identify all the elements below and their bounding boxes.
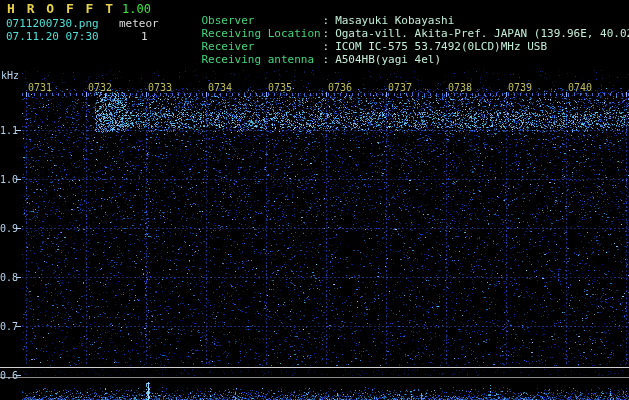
observation-datetime: 07.11.20 07:30	[6, 31, 99, 43]
mode-label: meteor	[119, 18, 159, 30]
y-tick-0_7: 0.7	[0, 321, 15, 332]
y-tick-0_8: 0.8	[0, 272, 15, 283]
app-title: H R O F F T	[7, 2, 115, 16]
echo-count: 1	[141, 31, 148, 43]
app-version: 1.00	[122, 3, 151, 16]
x-tick-0733: 0733	[148, 82, 172, 93]
x-tick-0732: 0732	[88, 82, 112, 93]
y-tick-1_1: 1.1	[0, 125, 15, 136]
x-tick-0736: 0736	[328, 82, 352, 93]
x-tick-0740: 0740	[568, 82, 592, 93]
output-filename: 0711200730.png	[6, 18, 99, 30]
x-tick-0737: 0737	[388, 82, 412, 93]
antenna-value: A504HB(yagi 4el)	[335, 53, 441, 66]
y-tick-1_0: 1.0	[0, 174, 15, 185]
y-axis-unit: kHz	[1, 70, 19, 81]
x-tick-0734: 0734	[208, 82, 232, 93]
y-tick-0_6: 0.6	[0, 370, 15, 381]
info-row-antenna: Receiving antenna:A504HB(yagi 4el)	[175, 42, 441, 78]
x-tick-0735: 0735	[268, 82, 292, 93]
y-tick-0_9: 0.9	[0, 223, 15, 234]
hrofft-output: H R O F F T 1.00 0711200730.png meteor 0…	[0, 0, 629, 400]
x-tick-0739: 0739	[508, 82, 532, 93]
antenna-label: Receiving antenna	[202, 54, 323, 66]
x-tick-0738: 0738	[448, 82, 472, 93]
x-tick-0731: 0731	[28, 82, 52, 93]
colon-separator: :	[323, 53, 336, 66]
